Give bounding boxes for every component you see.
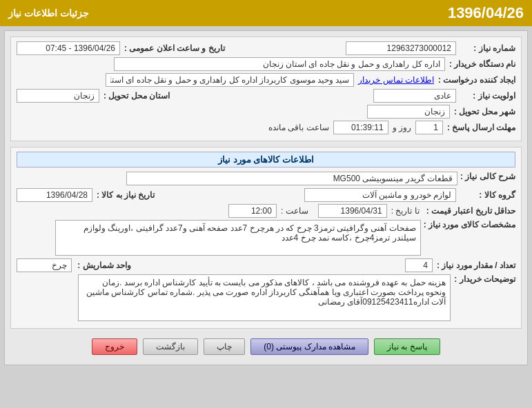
had-tarikh-saat-input[interactable]: [228, 204, 277, 218]
goods-section: اطلاعات کالاهای مورد نياز شرح کالی نياز …: [10, 147, 522, 329]
ijad-link[interactable]: اطلاعات تماس خريدار: [358, 75, 434, 85]
vahed-label: واحد شماريش :: [76, 261, 131, 270]
row-group-tarikh: گروه کالا : تاريخ نياز به کالا :: [17, 188, 515, 202]
sharh-label: شرح کالی نياز :: [460, 172, 515, 181]
shomara-niaz-label: شماره نياز :: [460, 43, 515, 53]
had-tarikh-saat-label: ساعت :: [281, 206, 308, 216]
row-ijad: ايجاد کننده درخواست : اطلاعات تماس خريدا…: [17, 73, 515, 87]
row-mohlat: مهلت ارسال پاسخ : روز و ساعت باقی مانده: [17, 121, 515, 134]
khoroj-button[interactable]: خروج: [92, 338, 137, 355]
vahed-input[interactable]: [17, 258, 72, 272]
name-dastgah-input[interactable]: [114, 57, 445, 71]
ijad-label: ايجاد کننده درخواست :: [438, 75, 515, 85]
tozih-textarea[interactable]: [78, 274, 451, 321]
main-container: شماره نياز : تاريخ و ساعت اعلان عمومی : …: [4, 30, 528, 365]
tarikh-niaz-input[interactable]: [17, 188, 92, 202]
bazgasht-button[interactable]: بازگشت: [143, 338, 198, 355]
row-sharh: شرح کالی نياز :: [17, 172, 515, 185]
page-header: 1396/04/26 جزئيات اطلاعات نياز: [0, 0, 532, 26]
ostan-label: استان محل تحويل :: [104, 91, 170, 101]
shomara-niaz-input[interactable]: [346, 41, 456, 55]
basic-info-section: شماره نياز : تاريخ و ساعت اعلان عمومی : …: [10, 37, 522, 141]
shahr-label: شهر محل تحويل :: [454, 107, 515, 116]
row-shomara-tarikh: شماره نياز : تاريخ و ساعت اعلان عمومی :: [17, 41, 515, 55]
row-shahr: شهر محل تحويل :: [17, 105, 515, 119]
mohlat-days-input[interactable]: [415, 121, 443, 134]
ijad-input[interactable]: [106, 73, 354, 87]
ostan-input[interactable]: [17, 89, 99, 103]
avoliat-input[interactable]: [373, 89, 456, 103]
row-tozih: توضيحات خريدار :: [17, 274, 515, 321]
row-tedad: تعداد / مقدار مورد نياز : واحد شماريش :: [17, 258, 515, 272]
group-label: گروه کالا :: [460, 190, 515, 200]
row-name-dastgah: نام دستگاه خريدار :: [17, 57, 515, 71]
tozih-label: توضيحات خريدار :: [453, 274, 515, 284]
tarikh-label: تاريخ و ساعت اعلان عمومی :: [124, 43, 225, 53]
header-title: جزئيات اطلاعات نياز: [8, 8, 89, 19]
mohlat-time-label: ساعت باقی مانده: [268, 123, 329, 132]
had-tarikh-label: حداقل تاريخ اعتبار قيمت :: [426, 206, 515, 216]
had-tarikh-date-label: تا تاريخ :: [391, 206, 420, 216]
had-tarikh-date-input[interactable]: [318, 204, 387, 218]
tarikh-input[interactable]: [17, 41, 120, 55]
row-moshakhasat: مشخصات کالای مورد نياز :: [17, 220, 515, 256]
group-input[interactable]: [304, 188, 456, 202]
header-date: 1396/04/26: [448, 4, 524, 22]
pasokh-button[interactable]: پاسخ به نياز: [374, 338, 440, 355]
moshakhasat-label: مشخصات کالای مورد نياز :: [424, 220, 515, 229]
chap-button[interactable]: چاپ: [204, 338, 245, 355]
avoliat-label: اولويت نياز :: [460, 91, 515, 101]
moshakhasat-textarea[interactable]: [55, 220, 421, 256]
row-had-tarikh: حداقل تاريخ اعتبار قيمت : تا تاريخ : ساع…: [17, 204, 515, 218]
mohlat-time-input[interactable]: [333, 121, 388, 134]
shahr-input[interactable]: [367, 105, 450, 119]
button-row: پاسخ به نياز مشاهده مدارک پيوستی (0) چاپ…: [10, 334, 522, 359]
mohlat-label: مهلت ارسال پاسخ :: [447, 123, 515, 132]
tedad-label: تعداد / مقدار مورد نياز :: [437, 261, 515, 270]
moshahede-button[interactable]: مشاهده مدارک پيوستی (0): [250, 338, 368, 355]
goods-section-title: اطلاعات کالاهای مورد نياز: [17, 152, 515, 167]
tedad-input[interactable]: [405, 258, 433, 272]
mohlat-days-label: روز و: [393, 123, 411, 132]
row-avoliat-ostan: اولويت نياز : استان محل تحويل :: [17, 89, 515, 103]
sharh-input[interactable]: [126, 172, 457, 185]
name-dastgah-label: نام دستگاه خريدار :: [449, 59, 515, 69]
tarikh-niaz-label: تاريخ نياز به کالا :: [97, 190, 155, 200]
